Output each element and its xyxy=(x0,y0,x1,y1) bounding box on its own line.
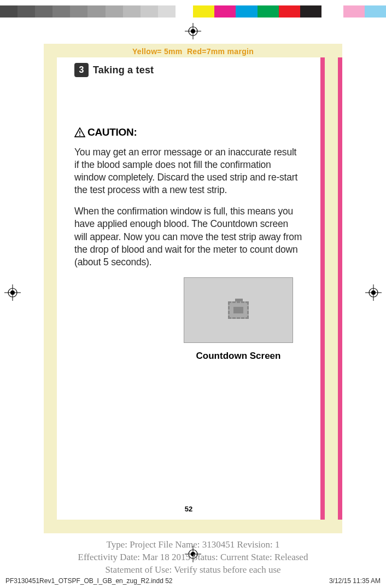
color-swatches xyxy=(193,5,386,18)
caution-heading: CAUTION: xyxy=(74,126,303,138)
meta-line: Statement of Use: Verify status before e… xyxy=(0,564,386,577)
body-paragraph: You may get an error message or an inacc… xyxy=(74,146,303,196)
figure-caption: Countdown Screen xyxy=(196,351,281,362)
registration-mark-icon xyxy=(185,23,201,39)
svg-point-17 xyxy=(79,135,80,136)
body-paragraph: When the confirmation window is full, th… xyxy=(74,205,303,268)
slug-footer: PF3130451Rev1_OTSPF_OB_I_GB_en_zug_R2.in… xyxy=(5,577,381,585)
caution-label: CAUTION: xyxy=(87,126,137,138)
section-title: Taking a test xyxy=(93,65,154,76)
margin-guide-bar xyxy=(320,57,325,520)
footer-datetime: 3/12/15 11:35 AM xyxy=(329,577,381,585)
document-metadata-overlay: Type: Project File Name: 3130451 Revisio… xyxy=(0,539,386,577)
warning-triangle-icon xyxy=(74,127,85,137)
countdown-screen-figure: Countdown Screen xyxy=(184,277,293,362)
registration-mark-icon xyxy=(4,284,21,301)
footer-filename: PF3130451Rev1_OTSPF_OB_I_GB_en_zug_R2.in… xyxy=(5,577,173,585)
meta-line: Effectivity Date: Mar 18 2015 Status: Cu… xyxy=(0,551,386,564)
page-number: 52 xyxy=(57,505,320,513)
meta-line: Type: Project File Name: 3130451 Revisio… xyxy=(0,539,386,551)
registration-mark-icon xyxy=(365,284,382,301)
gray-swatches xyxy=(0,5,193,18)
hourglass-icon xyxy=(228,301,249,319)
device-screen-illustration xyxy=(184,277,293,343)
margin-note: Yellow= 5mm Red=7mm margin xyxy=(44,44,342,56)
print-color-bar xyxy=(0,5,386,18)
page-canvas: Yellow= 5mm Red=7mm margin 3 Taking a te… xyxy=(44,44,342,533)
section-header: 3 Taking a test xyxy=(74,63,303,77)
margin-guide-bar xyxy=(338,57,342,520)
content-area: 3 Taking a test CAUTION: You may get an … xyxy=(57,57,320,520)
section-number-badge: 3 xyxy=(74,63,89,77)
